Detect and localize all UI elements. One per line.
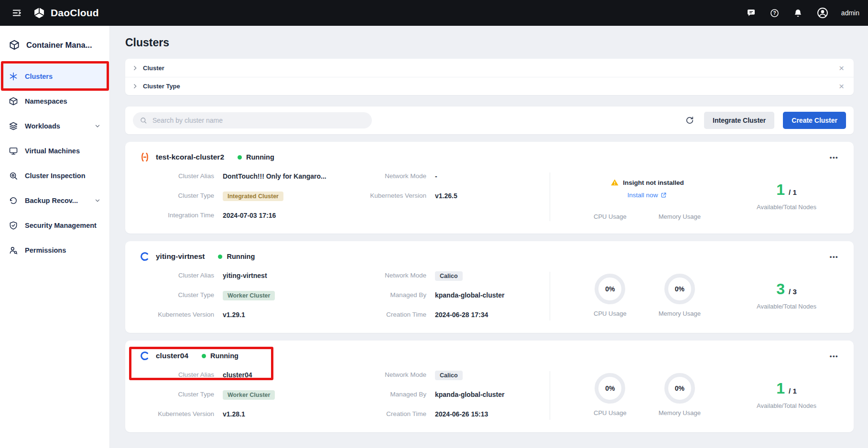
help-icon[interactable]: ? (769, 7, 781, 19)
sidebar-item-security-management[interactable]: Security Management (0, 213, 109, 238)
filter-cluster-type[interactable]: Cluster Type × (125, 77, 854, 95)
sidebar-item-label: Permissions (25, 246, 66, 254)
user-avatar-icon[interactable] (815, 6, 830, 20)
available-nodes-count: 1 (776, 181, 785, 199)
sidebar-item-cluster-inspection[interactable]: Cluster Inspection (0, 163, 109, 188)
field-value: DontTouch!!! Only for Kangaro... (223, 171, 337, 182)
status-label: Running (227, 253, 255, 260)
filter-label: Cluster Type (143, 83, 180, 90)
status-label: Running (246, 153, 274, 161)
nodes-summary: 3 / 3 Available/Total Nodes (733, 270, 840, 320)
field-label: Cluster Alias (139, 171, 214, 182)
kcoral-cluster-logo-icon (139, 151, 151, 163)
main-content: Clusters Cluster × Cluster Type × (110, 26, 868, 448)
workloads-icon (9, 121, 18, 131)
sidebar-item-clusters[interactable]: Clusters (0, 64, 109, 89)
daocloud-logo-icon (33, 6, 46, 20)
create-cluster-button[interactable]: Create Cluster (783, 112, 846, 129)
virtual-machine-icon (9, 146, 18, 156)
topbar: DaoCloud ? (0, 0, 868, 26)
username-label[interactable]: admin (841, 9, 859, 17)
status-dot-icon (218, 255, 222, 259)
field-value: 2024-06-28 17:34 (435, 309, 545, 320)
field-label: Kubernetes Version (139, 408, 214, 420)
more-actions-icon[interactable]: ••• (828, 251, 840, 262)
sidebar-title: Container Mana... (26, 41, 92, 50)
sidebar-item-workloads[interactable]: Workloads (0, 114, 109, 139)
field-value: yiting-virtnest (223, 270, 337, 281)
field-value: Worker Cluster (223, 289, 337, 301)
sidebar-item-backup-recovery[interactable]: Backup Recov... (0, 188, 109, 213)
backup-restore-icon (9, 196, 18, 205)
field-value: Worker Cluster (223, 389, 337, 400)
memory-usage-label: Memory Usage (659, 310, 701, 317)
clusters-toolbar: Integrate Cluster Create Cluster (125, 107, 854, 134)
close-icon[interactable]: × (836, 63, 847, 74)
memory-usage-label: Memory Usage (659, 409, 701, 416)
cluster-fields: Cluster Alias DontTouch!!! Only for Kang… (139, 171, 545, 221)
sidebar-header: Container Mana... (0, 26, 109, 64)
cluster-name[interactable]: cluster04 (156, 352, 188, 360)
field-value: Calico (435, 369, 545, 381)
search-box (133, 112, 372, 128)
cluster-card-header: yiting-virtnest Running ••• (125, 241, 854, 265)
refresh-icon[interactable] (684, 115, 695, 126)
field-label: Cluster Alias (139, 270, 214, 281)
field-label: Cluster Type (139, 190, 214, 202)
sidebar-item-label: Namespaces (25, 97, 67, 105)
field-value: kpanda-global-cluster (435, 389, 545, 400)
cluster-fields: Cluster Alias yiting-virtnest Network Mo… (139, 270, 545, 320)
cluster-type-badge: Worker Cluster (223, 291, 275, 300)
field-label: Cluster Type (139, 389, 214, 400)
more-actions-icon[interactable]: ••• (828, 152, 840, 163)
cpu-usage-value: 0% (595, 373, 625, 404)
field-value: v1.28.1 (223, 408, 337, 420)
vertical-divider (550, 371, 550, 420)
chevron-down-icon (94, 197, 101, 204)
external-link-icon (661, 192, 667, 198)
field-value: cluster04 (223, 369, 337, 381)
total-nodes-count: / 3 (789, 288, 797, 296)
sidebar-item-virtual-machines[interactable]: Virtual Machines (0, 139, 109, 163)
sidebar-item-label: Workloads (25, 122, 60, 130)
inspection-magnifier-icon (9, 171, 18, 181)
notifications-bell-icon[interactable] (792, 7, 804, 19)
status-dot-icon (202, 354, 206, 358)
filters-panel: Cluster × Cluster Type × (125, 59, 854, 95)
cluster-card-test-kcoral-cluster2: test-kcoral-cluster2 Running ••• Cluster… (125, 142, 854, 234)
cluster-card-yiting-virtnest: yiting-virtnest Running ••• Cluster Alia… (125, 241, 854, 333)
cluster-name[interactable]: yiting-virtnest (156, 252, 205, 261)
cluster-name[interactable]: test-kcoral-cluster2 (156, 153, 224, 161)
sidebar-item-namespaces[interactable]: Namespaces (0, 89, 109, 114)
total-nodes-count: / 1 (789, 387, 797, 395)
search-input[interactable] (152, 116, 365, 125)
chat-icon[interactable] (745, 7, 757, 19)
more-actions-icon[interactable]: ••• (828, 351, 840, 362)
worker-cluster-logo-icon (139, 350, 151, 362)
filter-label: Cluster (143, 64, 164, 72)
cpu-usage-donut: 0% CPU Usage (594, 274, 627, 317)
filter-cluster[interactable]: Cluster × (125, 59, 854, 77)
integrate-cluster-button[interactable]: Integrate Cluster (704, 112, 774, 129)
usage-area: Insight not installed Install now CPU Us… (562, 171, 733, 221)
close-icon[interactable]: × (836, 81, 847, 92)
memory-usage-donut: 0% Memory Usage (659, 274, 701, 317)
toolbar-actions: Integrate Cluster Create Cluster (684, 112, 846, 129)
vertical-divider (550, 172, 550, 221)
field-value: 2024-07-03 17:16 (223, 210, 337, 221)
install-now-link[interactable]: Install now (562, 192, 733, 199)
usage-area: 0% CPU Usage 0% Memory Usage (562, 369, 733, 420)
sidebar-item-label: Virtual Machines (25, 147, 80, 155)
available-nodes-count: 3 (776, 280, 785, 298)
topbar-actions: ? admin (745, 6, 859, 20)
shield-icon (9, 221, 18, 230)
field-label: Managed By (346, 389, 426, 400)
cluster-card-body: Cluster Alias cluster04 Network Mode Cal… (125, 364, 854, 432)
daocloud-logo[interactable]: DaoCloud (33, 6, 99, 20)
container-management-icon (9, 39, 20, 51)
sidebar-item-permissions[interactable]: Permissions (0, 238, 109, 263)
install-now-label: Install now (628, 192, 658, 199)
nodes-summary: 1 / 1 Available/Total Nodes (733, 369, 840, 420)
menu-toggle-icon[interactable] (9, 5, 25, 21)
field-label: Cluster Type (139, 289, 214, 301)
